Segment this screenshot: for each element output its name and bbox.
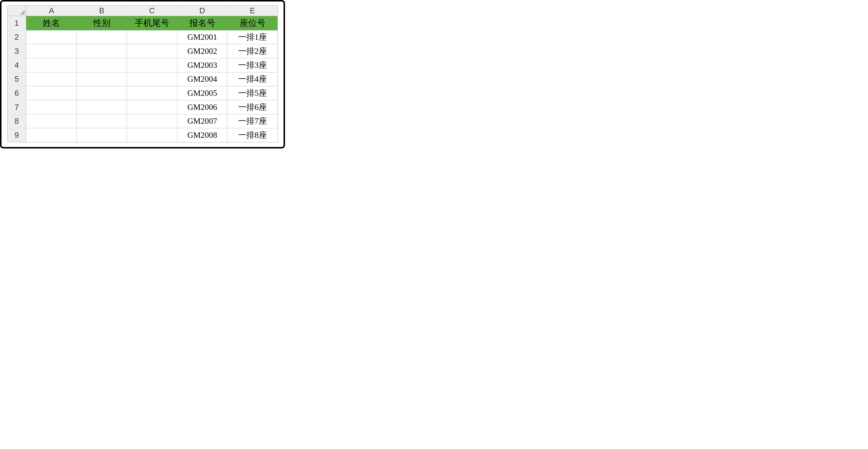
cell-A9[interactable] [26,128,76,142]
row-header-8[interactable]: 8 [7,114,26,128]
cell-C7[interactable] [127,100,177,114]
spreadsheet-grid[interactable]: A B C D E 1 姓名 性别 手机尾号 报名号 座位号 2 GM2001 … [7,5,278,142]
cell-D3[interactable]: GM2002 [177,44,227,58]
row-header-5[interactable]: 5 [7,72,26,86]
cell-D9[interactable]: GM2008 [177,128,227,142]
row-header-9[interactable]: 9 [7,128,26,142]
cell-C5[interactable] [127,72,177,86]
cell-B5[interactable] [76,72,127,86]
cell-D8[interactable]: GM2007 [177,114,227,128]
cell-B6[interactable] [76,86,127,100]
cell-E2[interactable]: 一排1座 [227,30,278,44]
cell-B3[interactable] [76,44,127,58]
col-header-E[interactable]: E [227,6,278,16]
cell-D2[interactable]: GM2001 [177,30,227,44]
cell-E8[interactable]: 一排7座 [227,114,278,128]
row-header-1[interactable]: 1 [7,16,26,30]
cell-A5[interactable] [26,72,76,86]
cell-A4[interactable] [26,58,76,72]
cell-C2[interactable] [127,30,177,44]
cell-A6[interactable] [26,86,76,100]
cell-C3[interactable] [127,44,177,58]
cell-C6[interactable] [127,86,177,100]
col-header-D[interactable]: D [177,6,227,16]
cell-B9[interactable] [76,128,127,142]
cell-E4[interactable]: 一排3座 [227,58,278,72]
cell-A3[interactable] [26,44,76,58]
cell-B8[interactable] [76,114,127,128]
svg-marker-0 [20,10,25,14]
cell-B2[interactable] [76,30,127,44]
cell-B4[interactable] [76,58,127,72]
row-header-7[interactable]: 7 [7,100,26,114]
cell-C4[interactable] [127,58,177,72]
cell-C9[interactable] [127,128,177,142]
cell-D6[interactable]: GM2005 [177,86,227,100]
cell-E9[interactable]: 一排8座 [227,128,278,142]
cell-D1[interactable]: 报名号 [177,16,227,30]
col-header-C[interactable]: C [127,6,177,16]
cell-E6[interactable]: 一排5座 [227,86,278,100]
cell-B1[interactable]: 性别 [76,16,127,30]
cell-A2[interactable] [26,30,76,44]
col-header-A[interactable]: A [26,6,76,16]
cell-E1[interactable]: 座位号 [227,16,278,30]
cell-E5[interactable]: 一排4座 [227,72,278,86]
row-header-4[interactable]: 4 [7,58,26,72]
cell-C8[interactable] [127,114,177,128]
select-all-corner[interactable] [7,6,26,16]
col-header-B[interactable]: B [76,6,127,16]
cell-E7[interactable]: 一排6座 [227,100,278,114]
row-header-3[interactable]: 3 [7,44,26,58]
cell-A1[interactable]: 姓名 [26,16,76,30]
cell-B7[interactable] [76,100,127,114]
cell-E3[interactable]: 一排2座 [227,44,278,58]
row-header-6[interactable]: 6 [7,86,26,100]
page-frame: A B C D E 1 姓名 性别 手机尾号 报名号 座位号 2 GM2001 … [0,0,285,149]
cell-A8[interactable] [26,114,76,128]
select-all-triangle-icon [20,10,25,14]
cell-A7[interactable] [26,100,76,114]
cell-C1[interactable]: 手机尾号 [127,16,177,30]
cell-D5[interactable]: GM2004 [177,72,227,86]
row-header-2[interactable]: 2 [7,30,26,44]
cell-D7[interactable]: GM2006 [177,100,227,114]
cell-D4[interactable]: GM2003 [177,58,227,72]
